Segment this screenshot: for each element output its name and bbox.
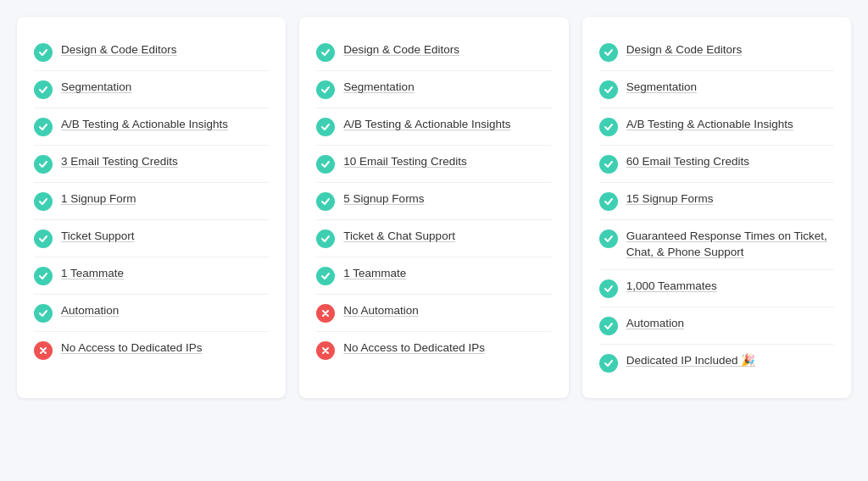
cross-icon bbox=[34, 341, 53, 360]
feature-label: Ticket Support bbox=[61, 229, 135, 245]
cross-icon bbox=[316, 341, 335, 360]
feature-label: Automation bbox=[626, 316, 684, 332]
pricing-column-3: Design & Code Editors Segmentation A/B T… bbox=[582, 17, 851, 398]
feature-label: Dedicated IP Included 🎉 bbox=[626, 353, 756, 369]
feature-item: Segmentation bbox=[599, 71, 834, 108]
feature-label: Design & Code Editors bbox=[343, 42, 459, 58]
feature-item: Guaranteed Response Times on Ticket, Cha… bbox=[599, 220, 834, 270]
feature-label: Design & Code Editors bbox=[61, 42, 177, 58]
feature-label: Ticket & Chat Support bbox=[343, 229, 455, 245]
feature-item: Automation bbox=[599, 307, 834, 345]
check-icon bbox=[34, 43, 53, 62]
check-icon bbox=[599, 80, 618, 99]
feature-item: 1,000 Teammates bbox=[599, 270, 834, 307]
cross-icon bbox=[316, 304, 335, 323]
feature-label: No Automation bbox=[343, 303, 419, 319]
feature-item: A/B Testing & Actionable Insights bbox=[316, 108, 551, 146]
feature-label: Design & Code Editors bbox=[626, 42, 743, 58]
check-icon bbox=[316, 80, 335, 99]
feature-label: 15 Signup Forms bbox=[626, 191, 714, 207]
feature-item: 1 Teammate bbox=[316, 257, 551, 295]
feature-label: 60 Email Testing Credits bbox=[626, 154, 749, 170]
feature-item: 60 Email Testing Credits bbox=[599, 146, 834, 183]
feature-label: 1 Teammate bbox=[343, 266, 406, 282]
feature-item: Automation bbox=[34, 295, 269, 332]
feature-item: 10 Email Testing Credits bbox=[316, 146, 551, 183]
check-icon bbox=[599, 192, 618, 211]
feature-label: Guaranteed Response Times on Ticket, Cha… bbox=[626, 229, 834, 261]
feature-item: 1 Teammate bbox=[34, 257, 269, 295]
check-icon bbox=[316, 229, 335, 248]
feature-item: Dedicated IP Included 🎉 bbox=[599, 345, 834, 381]
feature-item: Ticket Support bbox=[34, 220, 269, 257]
check-icon bbox=[599, 43, 618, 62]
feature-item: Ticket & Chat Support bbox=[316, 220, 551, 257]
feature-label: A/B Testing & Actionable Insights bbox=[626, 117, 793, 133]
check-icon bbox=[34, 118, 53, 136]
feature-item: Design & Code Editors bbox=[316, 34, 551, 71]
feature-label: 1,000 Teammates bbox=[626, 279, 717, 295]
feature-label: No Access to Dedicated IPs bbox=[343, 340, 485, 357]
pricing-features-wrapper: Design & Code Editors Segmentation A/B T… bbox=[17, 17, 851, 398]
feature-item: No Automation bbox=[316, 295, 551, 332]
feature-label: A/B Testing & Actionable Insights bbox=[343, 117, 510, 133]
feature-item: Segmentation bbox=[34, 71, 269, 108]
feature-label: 1 Signup Form bbox=[61, 191, 136, 207]
check-icon bbox=[599, 229, 618, 248]
feature-item: 1 Signup Form bbox=[34, 183, 269, 220]
feature-label: Segmentation bbox=[626, 80, 697, 96]
check-icon bbox=[599, 279, 618, 298]
check-icon bbox=[599, 317, 618, 335]
check-icon bbox=[34, 80, 53, 99]
check-icon bbox=[316, 118, 335, 136]
feature-label: Segmentation bbox=[61, 80, 131, 96]
feature-label: 5 Signup Forms bbox=[343, 191, 424, 207]
feature-item: 15 Signup Forms bbox=[599, 183, 834, 220]
feature-label: Automation bbox=[61, 303, 119, 319]
check-icon bbox=[34, 229, 53, 248]
check-icon bbox=[34, 304, 53, 323]
pricing-column-1: Design & Code Editors Segmentation A/B T… bbox=[17, 17, 286, 398]
feature-label: 3 Email Testing Credits bbox=[61, 154, 178, 170]
check-icon bbox=[599, 354, 618, 373]
feature-item: 5 Signup Forms bbox=[316, 183, 551, 220]
feature-label: A/B Testing & Actionable Insights bbox=[61, 117, 228, 133]
check-icon bbox=[34, 155, 53, 174]
check-icon bbox=[599, 155, 618, 174]
check-icon bbox=[316, 43, 335, 62]
feature-label: 1 Teammate bbox=[61, 266, 124, 282]
feature-item: Segmentation bbox=[316, 71, 551, 108]
feature-item: A/B Testing & Actionable Insights bbox=[34, 108, 269, 146]
feature-item: No Access to Dedicated IPs bbox=[316, 332, 551, 368]
check-icon bbox=[316, 155, 335, 174]
feature-item: A/B Testing & Actionable Insights bbox=[599, 108, 834, 146]
check-icon bbox=[316, 267, 335, 285]
feature-label: 10 Email Testing Credits bbox=[343, 154, 466, 170]
check-icon bbox=[316, 192, 335, 211]
feature-item: No Access to Dedicated IPs bbox=[34, 332, 269, 368]
check-icon bbox=[34, 267, 53, 285]
check-icon bbox=[599, 118, 618, 136]
pricing-column-2: Design & Code Editors Segmentation A/B T… bbox=[299, 17, 568, 398]
feature-item: 3 Email Testing Credits bbox=[34, 146, 269, 183]
feature-label: No Access to Dedicated IPs bbox=[61, 340, 203, 357]
feature-item: Design & Code Editors bbox=[34, 34, 269, 71]
feature-label: Segmentation bbox=[343, 80, 414, 96]
feature-item: Design & Code Editors bbox=[599, 34, 834, 71]
check-icon bbox=[34, 192, 53, 211]
